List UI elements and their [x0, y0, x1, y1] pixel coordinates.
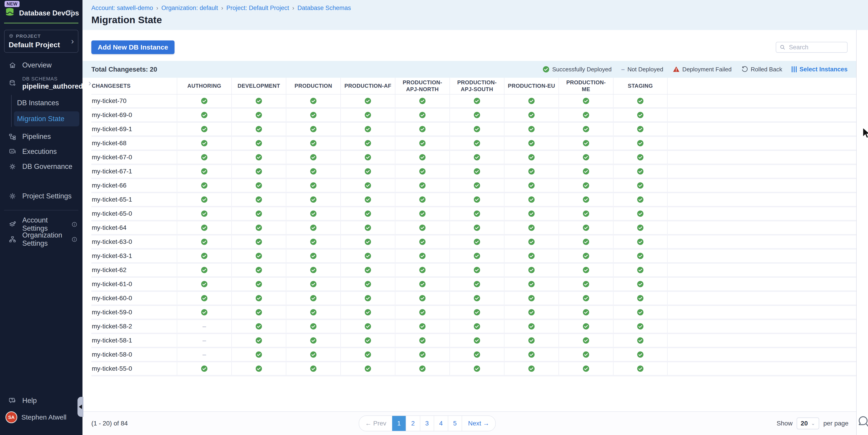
- status-successfully-deployed: [231, 193, 286, 206]
- check-circle-icon: [528, 281, 535, 287]
- page-button-3[interactable]: 3: [420, 416, 434, 431]
- sidebar-item-help[interactable]: Help: [0, 393, 83, 408]
- user-menu[interactable]: SA Stephen Atwell: [0, 408, 83, 430]
- help-chat-icon: [8, 397, 17, 405]
- status-successfully-deployed: [177, 221, 231, 234]
- sidebar-item-account-settings[interactable]: Account Settings: [0, 217, 83, 232]
- check-circle-icon: [310, 267, 317, 273]
- sidebar-item-migration-state[interactable]: Migration State: [14, 112, 79, 126]
- status-successfully-deployed: [559, 221, 613, 234]
- play-square-icon: [8, 148, 17, 155]
- breadcrumb-link[interactable]: Project: Default Project: [226, 4, 289, 11]
- page-button-4[interactable]: 4: [434, 416, 448, 431]
- avatar: SA: [5, 411, 17, 423]
- check-circle-icon: [542, 66, 550, 73]
- support-chat-icon[interactable]: [856, 415, 868, 429]
- status-successfully-deployed: [613, 179, 668, 192]
- status-successfully-deployed: [450, 221, 504, 234]
- column-header: PRODUCTION-ME: [559, 78, 613, 94]
- check-circle-icon: [310, 337, 317, 344]
- sidebar-item-label: Overview: [22, 61, 52, 69]
- changeset-name: my-ticket-58-1: [91, 334, 177, 347]
- table-row: my-ticket-64: [91, 221, 868, 236]
- check-circle-icon: [201, 309, 208, 316]
- project-selector[interactable]: PROJECT Default Project ›: [4, 30, 79, 53]
- scroll-gutter[interactable]: [856, 30, 868, 435]
- sidebar-item-project-settings[interactable]: Project Settings: [0, 189, 83, 204]
- legend-label: Successfully Deployed: [552, 66, 612, 73]
- breadcrumb-link[interactable]: Database Schemas: [298, 4, 351, 11]
- status-successfully-deployed: [177, 137, 231, 150]
- check-circle-icon: [365, 323, 371, 330]
- breadcrumb-link[interactable]: Account: satwell-demo: [91, 4, 153, 11]
- sidebar-item-db-instances[interactable]: DB Instances: [14, 95, 79, 111]
- status-successfully-deployed: [504, 108, 559, 121]
- sidebar-item-organization-settings[interactable]: Organization Settings: [0, 232, 83, 247]
- check-circle-icon: [419, 323, 426, 330]
- status-successfully-deployed: [613, 306, 668, 319]
- search-input[interactable]: [788, 44, 844, 51]
- check-circle-icon: [637, 365, 644, 372]
- add-db-instance-button[interactable]: Add New DB Instance: [91, 40, 175, 54]
- check-circle-icon: [528, 140, 535, 147]
- check-circle-icon: [583, 196, 589, 203]
- page-button-5[interactable]: 5: [447, 416, 462, 431]
- check-circle-icon: [528, 112, 535, 118]
- check-circle-icon: [310, 196, 317, 203]
- project-label: PROJECT: [16, 33, 41, 39]
- check-circle-icon: [583, 126, 589, 132]
- status-successfully-deployed: [177, 250, 231, 262]
- info-icon[interactable]: [71, 221, 78, 227]
- status-successfully-deployed: [504, 362, 559, 375]
- status-successfully-deployed: [177, 278, 231, 290]
- governance-gear-icon: [8, 163, 17, 170]
- prev-page-button[interactable]: ← Prev: [359, 416, 392, 431]
- info-icon[interactable]: [71, 236, 78, 243]
- check-circle-icon: [365, 97, 371, 104]
- search-box[interactable]: [776, 42, 847, 53]
- status-successfully-deployed: [613, 108, 668, 121]
- sidebar-item-overview[interactable]: Overview: [0, 58, 83, 73]
- breadcrumb-link[interactable]: Organization: default: [161, 4, 218, 11]
- per-page-label: per page: [823, 420, 848, 427]
- sidebar-item-db-governance[interactable]: DB Governance: [0, 159, 83, 174]
- status-successfully-deployed: [231, 207, 286, 220]
- page-button-2[interactable]: 2: [406, 416, 420, 431]
- status-successfully-deployed: [340, 348, 395, 361]
- sidebar-item-label: Migration State: [17, 115, 65, 123]
- db-schemas-value: pipeline_authored: [22, 82, 83, 90]
- liquibase-logo-icon: [4, 6, 16, 17]
- status-successfully-deployed: [286, 362, 340, 375]
- status-successfully-deployed: [450, 334, 504, 347]
- check-circle-icon: [637, 323, 644, 330]
- sidebar-collapse-handle[interactable]: [78, 397, 83, 417]
- status-successfully-deployed: [231, 348, 286, 361]
- cube-icon: [9, 34, 13, 39]
- status-successfully-deployed: [504, 151, 559, 164]
- table-row: my-ticket-61-0: [91, 278, 868, 292]
- warning-triangle-icon: [673, 66, 680, 72]
- page-button-1[interactable]: 1: [392, 416, 406, 431]
- check-circle-icon: [365, 295, 371, 302]
- status-successfully-deployed: [177, 123, 231, 135]
- next-page-button[interactable]: Next →: [462, 416, 495, 431]
- changeset-name: my-ticket-58-0: [91, 348, 177, 361]
- sidebar-item-executions[interactable]: Executions: [0, 144, 83, 159]
- check-circle-icon: [583, 140, 589, 147]
- result-range: (1 - 20) of 84: [91, 420, 128, 427]
- status-successfully-deployed: [450, 306, 504, 319]
- check-circle-icon: [419, 196, 426, 203]
- status-successfully-deployed: [231, 306, 286, 319]
- table-row: my-ticket-58-1–: [91, 334, 868, 348]
- status-successfully-deployed: [286, 151, 340, 164]
- sidebar-item-db-schemas[interactable]: DB SCHEMAS pipeline_authored ›: [0, 73, 83, 94]
- page-size-select[interactable]: 20 ⌄: [797, 417, 819, 429]
- check-circle-icon: [473, 112, 480, 118]
- toolbar: Add New DB Instance: [83, 30, 868, 61]
- app-grid-icon[interactable]: [66, 9, 74, 17]
- sidebar-item-pipelines[interactable]: Pipelines: [0, 129, 83, 144]
- sidebar-item-label: Executions: [22, 148, 57, 156]
- status-successfully-deployed: [395, 348, 450, 361]
- table-header-row: CHANGESETSAUTHORINGDEVELOPMENTPRODUCTION…: [91, 78, 868, 95]
- select-instances-button[interactable]: Select Instances: [792, 66, 847, 73]
